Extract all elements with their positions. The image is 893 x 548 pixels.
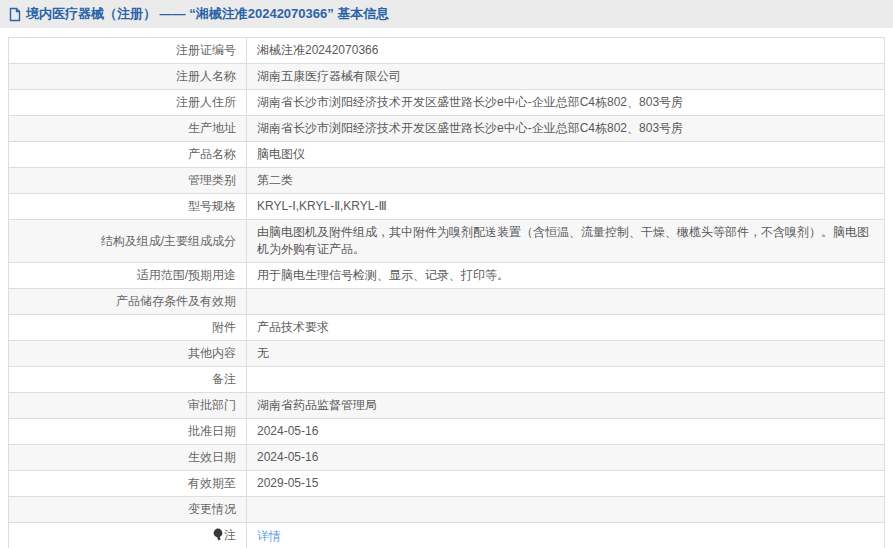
row-label-text: 其他内容 xyxy=(188,346,236,360)
row-value-text: 湘械注准20242070366 xyxy=(257,43,378,57)
row-label: 变更情况 xyxy=(9,497,247,523)
row-value-text: 无 xyxy=(257,346,269,360)
row-label-text: 变更情况 xyxy=(188,502,236,516)
row-label-text: 注册人名称 xyxy=(176,69,236,83)
registration-info-table-wrap: 注册证编号湘械注准20242070366注册人名称湖南五康医疗器械有限公司注册人… xyxy=(8,37,885,548)
table-row: 注详情 xyxy=(9,523,885,548)
row-value: 2029-05-15 xyxy=(247,471,885,497)
table-row: 注册人名称湖南五康医疗器械有限公司 xyxy=(9,64,885,90)
row-value: 湖南省药品监督管理局 xyxy=(247,393,885,419)
row-label: 审批部门 xyxy=(9,393,247,419)
row-value: KRYL-Ⅰ,KRYL-Ⅱ,KRYL-Ⅲ xyxy=(247,194,885,220)
row-value-text: 用于脑电生理信号检测、显示、记录、打印等。 xyxy=(257,268,509,282)
row-value: 2024-05-16 xyxy=(247,419,885,445)
table-row: 备注 xyxy=(9,367,885,393)
table-row: 型号规格KRYL-Ⅰ,KRYL-Ⅱ,KRYL-Ⅲ xyxy=(9,194,885,220)
page-title: 境内医疗器械（注册） —— “湘械注准20242070366” 基本信息 xyxy=(26,5,389,23)
table-row: 审批部门湖南省药品监督管理局 xyxy=(9,393,885,419)
table-row: 产品储存条件及有效期 xyxy=(9,289,885,315)
detail-link[interactable]: 详情 xyxy=(257,529,281,543)
table-row: 注册证编号湘械注准20242070366 xyxy=(9,38,885,64)
table-row: 变更情况 xyxy=(9,497,885,523)
row-value-text: 产品技术要求 xyxy=(257,320,329,334)
row-label: 生产地址 xyxy=(9,116,247,142)
row-value xyxy=(247,497,885,523)
table-row: 生产地址湖南省长沙市浏阳经济技术开发区盛世路长沙e中心-企业总部C4栋802、8… xyxy=(9,116,885,142)
row-label-text: 有效期至 xyxy=(188,476,236,490)
row-label: 生效日期 xyxy=(9,445,247,471)
row-label-text: 适用范围/预期用途 xyxy=(137,268,236,282)
row-label-text: 注册人住所 xyxy=(176,95,236,109)
row-value: 详情 xyxy=(247,523,885,548)
row-value-text: 由脑电图机及附件组成，其中附件为嗅剂配送装置（含恒温、流量控制、干燥、橄榄头等部… xyxy=(257,225,869,256)
row-label-text: 审批部门 xyxy=(188,398,236,412)
row-label-text: 型号规格 xyxy=(188,199,236,213)
row-value-text: 第二类 xyxy=(257,173,293,187)
table-row: 有效期至2029-05-15 xyxy=(9,471,885,497)
row-value-text: 湖南省长沙市浏阳经济技术开发区盛世路长沙e中心-企业总部C4栋802、803号房 xyxy=(257,95,683,109)
row-value: 产品技术要求 xyxy=(247,315,885,341)
table-row: 批准日期2024-05-16 xyxy=(9,419,885,445)
row-label-text: 产品名称 xyxy=(188,147,236,161)
row-label: 产品储存条件及有效期 xyxy=(9,289,247,315)
row-label: 附件 xyxy=(9,315,247,341)
row-value: 湖南省长沙市浏阳经济技术开发区盛世路长沙e中心-企业总部C4栋802、803号房 xyxy=(247,116,885,142)
row-value: 湖南省长沙市浏阳经济技术开发区盛世路长沙e中心-企业总部C4栋802、803号房 xyxy=(247,90,885,116)
table-row: 结构及组成/主要组成成分由脑电图机及附件组成，其中附件为嗅剂配送装置（含恒温、流… xyxy=(9,220,885,263)
row-label: 结构及组成/主要组成成分 xyxy=(9,220,247,263)
row-label: 注册人住所 xyxy=(9,90,247,116)
row-label-text: 产品储存条件及有效期 xyxy=(116,294,236,308)
row-label-text: 注册证编号 xyxy=(176,43,236,57)
row-value: 由脑电图机及附件组成，其中附件为嗅剂配送装置（含恒温、流量控制、干燥、橄榄头等部… xyxy=(247,220,885,263)
row-value: 湖南五康医疗器械有限公司 xyxy=(247,64,885,90)
row-label-text: 生产地址 xyxy=(188,121,236,135)
row-label: 备注 xyxy=(9,367,247,393)
row-value-text: 2024-05-16 xyxy=(257,450,318,464)
row-label: 注 xyxy=(9,523,247,548)
row-label: 注册证编号 xyxy=(9,38,247,64)
row-label: 注册人名称 xyxy=(9,64,247,90)
row-label-text: 生效日期 xyxy=(188,450,236,464)
row-label: 批准日期 xyxy=(9,419,247,445)
info-table-body: 注册证编号湘械注准20242070366注册人名称湖南五康医疗器械有限公司注册人… xyxy=(9,38,885,548)
row-value: 第二类 xyxy=(247,168,885,194)
table-row: 适用范围/预期用途用于脑电生理信号检测、显示、记录、打印等。 xyxy=(9,263,885,289)
row-label-text: 备注 xyxy=(212,372,236,386)
row-label: 型号规格 xyxy=(9,194,247,220)
table-row: 管理类别第二类 xyxy=(9,168,885,194)
lightbulb-icon xyxy=(213,528,223,546)
row-value-text: 2029-05-15 xyxy=(257,476,318,490)
row-value xyxy=(247,367,885,393)
row-value-text: 湖南省长沙市浏阳经济技术开发区盛世路长沙e中心-企业总部C4栋802、803号房 xyxy=(257,121,683,135)
row-value: 用于脑电生理信号检测、显示、记录、打印等。 xyxy=(247,263,885,289)
row-value xyxy=(247,289,885,315)
table-row: 注册人住所湖南省长沙市浏阳经济技术开发区盛世路长沙e中心-企业总部C4栋802、… xyxy=(9,90,885,116)
row-value-text: 2024-05-16 xyxy=(257,424,318,438)
page-header: 境内医疗器械（注册） —— “湘械注准20242070366” 基本信息 xyxy=(0,0,893,28)
row-value-text: 湖南省药品监督管理局 xyxy=(257,398,377,412)
row-label-text: 附件 xyxy=(212,320,236,334)
table-row: 附件产品技术要求 xyxy=(9,315,885,341)
row-value: 脑电图仪 xyxy=(247,142,885,168)
row-label: 适用范围/预期用途 xyxy=(9,263,247,289)
row-value-text: 湖南五康医疗器械有限公司 xyxy=(257,69,401,83)
row-label-text: 注 xyxy=(224,528,236,542)
row-label-text: 管理类别 xyxy=(188,173,236,187)
table-row: 其他内容无 xyxy=(9,341,885,367)
row-label: 产品名称 xyxy=(9,142,247,168)
document-icon xyxy=(8,7,21,22)
table-row: 产品名称脑电图仪 xyxy=(9,142,885,168)
row-label: 有效期至 xyxy=(9,471,247,497)
row-value: 无 xyxy=(247,341,885,367)
row-value-text: KRYL-Ⅰ,KRYL-Ⅱ,KRYL-Ⅲ xyxy=(257,199,387,213)
row-label: 管理类别 xyxy=(9,168,247,194)
row-label-text: 批准日期 xyxy=(188,424,236,438)
row-value: 2024-05-16 xyxy=(247,445,885,471)
row-label-text: 结构及组成/主要组成成分 xyxy=(101,234,236,248)
registration-info-table: 注册证编号湘械注准20242070366注册人名称湖南五康医疗器械有限公司注册人… xyxy=(8,37,885,548)
table-row: 生效日期2024-05-16 xyxy=(9,445,885,471)
row-label: 其他内容 xyxy=(9,341,247,367)
row-value: 湘械注准20242070366 xyxy=(247,38,885,64)
row-value-text: 脑电图仪 xyxy=(257,147,305,161)
